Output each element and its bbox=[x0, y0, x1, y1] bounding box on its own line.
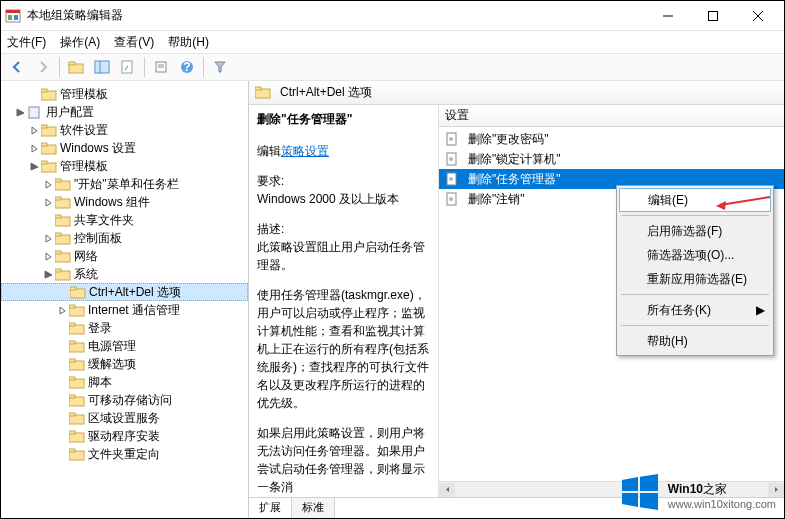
properties-button[interactable] bbox=[116, 55, 140, 79]
svg-text:?: ? bbox=[183, 60, 190, 74]
menu-filter-options[interactable]: 筛选器选项(O)... bbox=[619, 243, 771, 267]
menu-all-tasks[interactable]: 所有任务(K)▶ bbox=[619, 298, 771, 322]
tree-shared-folders[interactable]: 共享文件夹 bbox=[74, 212, 134, 229]
close-button[interactable] bbox=[735, 2, 780, 30]
folder-icon bbox=[41, 123, 57, 137]
tab-extended[interactable]: 扩展 bbox=[249, 498, 292, 519]
expand-icon[interactable] bbox=[41, 267, 55, 281]
tree-control-panel[interactable]: 控制面板 bbox=[74, 230, 122, 247]
menu-help[interactable]: 帮助(H) bbox=[619, 329, 771, 353]
tree-ctrl-alt-del[interactable]: Ctrl+Alt+Del 选项 bbox=[89, 284, 181, 301]
svg-rect-1 bbox=[6, 10, 20, 13]
policy-settings-link[interactable]: 策略设置 bbox=[281, 144, 329, 158]
expand-icon[interactable] bbox=[27, 123, 41, 137]
back-button[interactable] bbox=[5, 55, 29, 79]
tree-pane[interactable]: 管理模板 用户配置 软件设置 Windows 设置 管理模板 "开始"菜单和任务… bbox=[1, 81, 249, 519]
tree-admin-templates-top[interactable]: 管理模板 bbox=[60, 86, 108, 103]
watermark-url: www.win10xitong.com bbox=[668, 498, 776, 510]
expand-icon[interactable] bbox=[41, 231, 55, 245]
submenu-arrow-icon: ▶ bbox=[756, 303, 765, 317]
tree-windows-settings[interactable]: Windows 设置 bbox=[60, 140, 136, 157]
tree-user-config[interactable]: 用户配置 bbox=[46, 104, 94, 121]
forward-button[interactable] bbox=[31, 55, 55, 79]
menu-help[interactable]: 帮助(H) bbox=[168, 34, 209, 51]
menu-separator bbox=[621, 294, 769, 295]
expand-icon[interactable] bbox=[27, 141, 41, 155]
policy-icon bbox=[445, 152, 461, 166]
svg-rect-22 bbox=[41, 125, 47, 128]
folder-icon bbox=[55, 177, 71, 191]
list-item[interactable]: 删除"锁定计算机" bbox=[439, 149, 784, 169]
desc-label: 描述: bbox=[257, 222, 284, 236]
policy-icon bbox=[445, 132, 461, 146]
svg-rect-46 bbox=[69, 341, 75, 344]
expand-icon[interactable] bbox=[13, 105, 27, 119]
tree-internet-comm[interactable]: Internet 通信管理 bbox=[88, 302, 180, 319]
show-hide-tree-button[interactable] bbox=[90, 55, 114, 79]
minimize-button[interactable] bbox=[645, 2, 690, 30]
menu-action[interactable]: 操作(A) bbox=[60, 34, 100, 51]
menu-view[interactable]: 查看(V) bbox=[114, 34, 154, 51]
svg-rect-50 bbox=[69, 377, 75, 380]
filter-button[interactable] bbox=[208, 55, 232, 79]
tree-logon[interactable]: 登录 bbox=[88, 320, 112, 337]
tree-scripts[interactable]: 脚本 bbox=[88, 374, 112, 391]
folder-icon bbox=[69, 447, 85, 461]
svg-rect-9 bbox=[69, 62, 75, 65]
tree-software-settings[interactable]: 软件设置 bbox=[60, 122, 108, 139]
svg-rect-28 bbox=[55, 179, 61, 182]
watermark: Win10之家 www.win10xitong.com bbox=[620, 472, 776, 512]
folder-icon bbox=[69, 411, 85, 425]
maximize-button[interactable] bbox=[690, 2, 735, 30]
up-button[interactable] bbox=[64, 55, 88, 79]
svg-rect-2 bbox=[8, 15, 12, 20]
tree-mitigation[interactable]: 缓解选项 bbox=[88, 356, 136, 373]
tree-locale-services[interactable]: 区域设置服务 bbox=[88, 410, 160, 427]
window-title: 本地组策略编辑器 bbox=[27, 7, 645, 24]
export-button[interactable] bbox=[149, 55, 173, 79]
menu-filter-on[interactable]: 启用筛选器(F) bbox=[619, 219, 771, 243]
tree-start-taskbar[interactable]: "开始"菜单和任务栏 bbox=[74, 176, 179, 193]
tree-folder-redirect[interactable]: 文件夹重定向 bbox=[88, 446, 160, 463]
svg-rect-58 bbox=[69, 449, 75, 452]
svg-rect-42 bbox=[69, 305, 75, 308]
menu-file[interactable]: 文件(F) bbox=[7, 34, 46, 51]
svg-rect-5 bbox=[708, 11, 717, 20]
folder-icon bbox=[69, 339, 85, 353]
menu-reapply-filter[interactable]: 重新应用筛选器(E) bbox=[619, 267, 771, 291]
svg-rect-60 bbox=[255, 87, 261, 90]
content-title: Ctrl+Alt+Del 选项 bbox=[280, 84, 372, 101]
list-item[interactable]: 删除"更改密码" bbox=[439, 129, 784, 149]
windows-logo-icon bbox=[620, 472, 660, 512]
svg-rect-52 bbox=[69, 395, 75, 398]
folder-icon bbox=[55, 213, 71, 227]
expand-icon[interactable] bbox=[27, 159, 41, 173]
svg-rect-30 bbox=[55, 197, 61, 200]
annotation-arrow-icon bbox=[712, 193, 772, 214]
policy-icon bbox=[445, 172, 461, 186]
folder-icon bbox=[255, 86, 271, 100]
folder-icon bbox=[41, 159, 57, 173]
tree-network[interactable]: 网络 bbox=[74, 248, 98, 265]
help-button[interactable]: ? bbox=[175, 55, 199, 79]
expand-icon[interactable] bbox=[55, 303, 69, 317]
app-icon bbox=[5, 8, 21, 24]
svg-rect-56 bbox=[69, 431, 75, 434]
expand-icon[interactable] bbox=[41, 177, 55, 191]
tree-admin-templates[interactable]: 管理模板 bbox=[60, 158, 108, 175]
detail-title: 删除"任务管理器" bbox=[257, 111, 430, 128]
tree-driver-install[interactable]: 驱动程序安装 bbox=[88, 428, 160, 445]
folder-icon bbox=[55, 267, 71, 281]
tree-system[interactable]: 系统 bbox=[74, 266, 98, 283]
scroll-left-button[interactable] bbox=[439, 483, 455, 497]
folder-icon bbox=[69, 321, 85, 335]
expand-icon[interactable] bbox=[41, 249, 55, 263]
tree-power-mgmt[interactable]: 电源管理 bbox=[88, 338, 136, 355]
req-value: Windows 2000 及以上版本 bbox=[257, 192, 399, 206]
expand-icon[interactable] bbox=[41, 195, 55, 209]
tree-removable-storage[interactable]: 可移动存储访问 bbox=[88, 392, 172, 409]
list-header[interactable]: 设置 bbox=[439, 105, 784, 127]
tree-windows-components[interactable]: Windows 组件 bbox=[74, 194, 150, 211]
tab-standard[interactable]: 标准 bbox=[292, 498, 335, 519]
menu-bar: 文件(F) 操作(A) 查看(V) 帮助(H) bbox=[1, 31, 784, 53]
